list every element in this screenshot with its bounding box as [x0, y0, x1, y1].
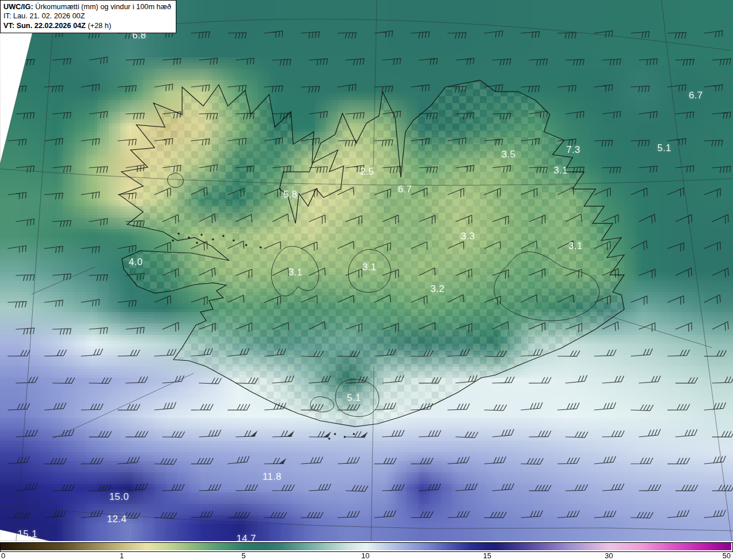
colorbar-strip: 01510153050: [0, 541, 733, 560]
colorbar-tick-label: 1: [120, 551, 124, 560]
parameter-name: Úrkomumætti (mm) og vindur i 100m hæð: [33, 2, 171, 11]
map: 6.86.75.17.33.53.12.56.75.83.33.14.03.13…: [0, 0, 733, 541]
title-line-3: VT: Sun. 22.02.2026 04Z (+28 h): [3, 21, 171, 30]
colorbar-tick-labels: 01510153050: [0, 551, 733, 560]
colorbar-tick-label: 30: [605, 551, 613, 560]
lead-time: (+28 h): [86, 21, 111, 30]
title-line-1: UWC/IG: Úrkomumætti (mm) og vindur i 100…: [3, 2, 171, 11]
precip-wind-field-canvas: [0, 0, 733, 541]
colorbar-tick-label: 5: [242, 551, 246, 560]
colorbar-gradient: [1, 543, 731, 550]
title-box: UWC/IG: Úrkomumætti (mm) og vindur i 100…: [0, 0, 176, 33]
colorbar-tick-label: 50: [723, 551, 731, 560]
init-time: Lau. 21. 02. 2026 00Z: [11, 11, 85, 20]
colorbar: [0, 542, 733, 552]
init-time-label: IT:: [3, 11, 11, 20]
colorbar-tick-label: 15: [483, 551, 491, 560]
colorbar-tick-label: 10: [361, 551, 369, 560]
valid-time: VT: Sun. 22.02.2026 04Z: [3, 21, 86, 30]
colorbar-tick-label: 0: [1, 551, 5, 560]
title-line-2: IT: Lau. 21. 02. 2026 00Z: [3, 11, 171, 21]
weather-map-product: 6.86.75.17.33.53.12.56.75.83.33.14.03.13…: [0, 0, 733, 560]
product-id: UWC/IG:: [3, 2, 33, 11]
